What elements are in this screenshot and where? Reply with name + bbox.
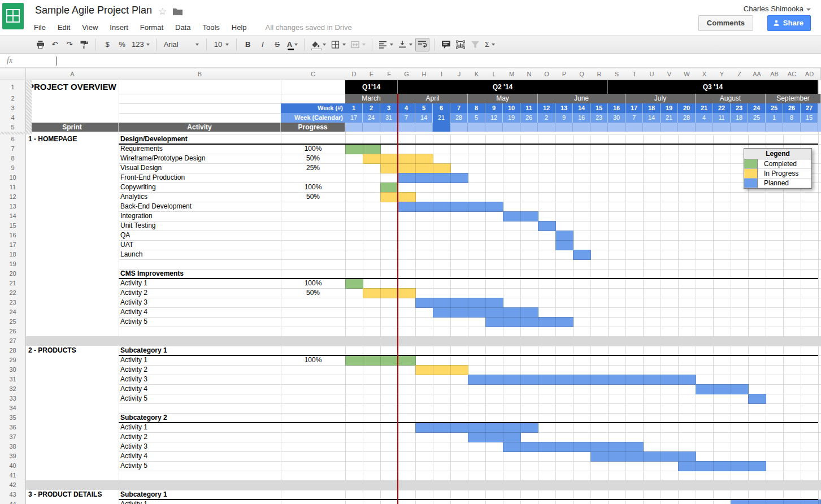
row-header-9[interactable]: 9 bbox=[0, 163, 26, 173]
sheets-logo-icon[interactable] bbox=[2, 3, 24, 29]
month-header[interactable]: May bbox=[468, 94, 538, 103]
column-header-Y[interactable]: Y bbox=[713, 68, 731, 80]
column-header-P[interactable]: P bbox=[555, 68, 574, 80]
cell-activity[interactable]: Front-End Production bbox=[120, 173, 185, 183]
week-date-cell[interactable]: 15 bbox=[801, 113, 818, 123]
week-number-cell[interactable]: 21 bbox=[696, 103, 713, 113]
gantt-bar-planned[interactable] bbox=[398, 202, 503, 212]
week-date-cell[interactable]: 25 bbox=[748, 113, 766, 123]
cell-activity[interactable]: Requirements bbox=[120, 144, 163, 154]
cell-activity[interactable]: Activity 1 bbox=[120, 499, 147, 504]
week-date-cell[interactable]: 18 bbox=[731, 113, 748, 123]
share-button[interactable]: Share bbox=[767, 15, 811, 31]
week-number-cell[interactable]: 22 bbox=[713, 103, 731, 113]
column-header-H[interactable]: H bbox=[415, 68, 433, 80]
gantt-legend[interactable]: Legend CompletedIn ProgressPlanned bbox=[744, 148, 812, 189]
timeline-strip-cell[interactable] bbox=[450, 123, 468, 132]
week-number-cell[interactable]: 15 bbox=[590, 103, 608, 113]
text-color-button[interactable]: A bbox=[285, 38, 299, 51]
timeline-strip-cell[interactable] bbox=[398, 123, 415, 132]
cell-activity[interactable]: Wireframe/Prototype Design bbox=[120, 154, 206, 163]
row-header-25[interactable]: 25 bbox=[0, 317, 26, 327]
cell-sprint[interactable]: 1 - HOMEPAGE bbox=[28, 134, 77, 144]
gantt-bar-in-progress[interactable] bbox=[380, 163, 451, 173]
insert-chart-button[interactable] bbox=[454, 38, 467, 51]
row-header-37[interactable]: 37 bbox=[0, 432, 26, 442]
week-date-cell[interactable]: 30 bbox=[608, 113, 625, 123]
row-header-20[interactable]: 20 bbox=[0, 269, 26, 279]
menu-data[interactable]: Data bbox=[175, 23, 190, 32]
column-header-partial[interactable] bbox=[818, 68, 821, 80]
week-date-cell[interactable]: 9 bbox=[555, 113, 573, 123]
column-header-AC[interactable]: AC bbox=[783, 68, 801, 80]
column-header-Z[interactable]: Z bbox=[731, 68, 749, 80]
column-header-D[interactable]: D bbox=[345, 68, 363, 80]
gantt-bar-planned[interactable] bbox=[696, 384, 749, 394]
menu-insert[interactable]: Insert bbox=[110, 23, 128, 32]
percent-format[interactable]: % bbox=[115, 38, 129, 51]
row-header-24[interactable]: 24 bbox=[0, 307, 26, 318]
row-header-36[interactable]: 36 bbox=[0, 423, 26, 433]
column-header-S[interactable]: S bbox=[608, 68, 626, 80]
undo-icon[interactable]: ↶ bbox=[48, 38, 62, 51]
menu-edit[interactable]: Edit bbox=[58, 23, 70, 32]
week-date-cell[interactable]: 24 bbox=[363, 113, 380, 123]
column-header-W[interactable]: W bbox=[678, 68, 696, 80]
week-date-cell[interactable]: 19 bbox=[503, 113, 520, 123]
row-header-4[interactable]: 4 bbox=[0, 113, 26, 123]
week-number-cell[interactable]: 18 bbox=[643, 103, 661, 113]
month-header[interactable]: September bbox=[766, 94, 821, 103]
week-date-cell[interactable]: 7 bbox=[625, 113, 643, 123]
row-header-21[interactable]: 21 bbox=[0, 279, 26, 289]
document-title[interactable]: Sample Agile Project Plan bbox=[35, 5, 152, 16]
borders-button[interactable] bbox=[329, 38, 347, 51]
row-header-30[interactable]: 30 bbox=[0, 365, 26, 375]
row-header-13[interactable]: 13 bbox=[0, 202, 26, 212]
gantt-bar-planned[interactable] bbox=[555, 240, 574, 250]
month-header[interactable]: July bbox=[625, 94, 696, 103]
gantt-bar-in-progress[interactable] bbox=[415, 365, 468, 375]
progress-column-header[interactable]: Progress bbox=[281, 123, 345, 132]
timeline-strip-cell[interactable] bbox=[345, 123, 363, 132]
week-number-cell[interactable]: 5 bbox=[415, 103, 433, 113]
column-header-K[interactable]: K bbox=[468, 68, 486, 80]
folder-icon[interactable] bbox=[173, 7, 183, 15]
row-header-16[interactable]: 16 bbox=[0, 231, 26, 241]
horizontal-align-button[interactable] bbox=[377, 38, 395, 51]
week-number-cell[interactable]: 6 bbox=[433, 103, 450, 113]
timeline-strip-cell[interactable] bbox=[433, 123, 450, 132]
gantt-bar-completed[interactable] bbox=[380, 183, 398, 193]
row-header-12[interactable]: 12 bbox=[0, 192, 26, 202]
cell-activity[interactable]: Activity 5 bbox=[120, 317, 147, 327]
week-number-cell[interactable]: 25 bbox=[766, 103, 783, 113]
week-number-cell[interactable]: 14 bbox=[573, 103, 590, 113]
cell-activity[interactable]: Activity 4 bbox=[120, 384, 147, 394]
week-date-cell[interactable]: 2 bbox=[538, 113, 555, 123]
gantt-bar-planned[interactable] bbox=[503, 442, 644, 452]
row-header-3[interactable]: 3 bbox=[0, 103, 26, 114]
cell-progress[interactable]: 50% bbox=[281, 192, 345, 202]
cell-activity[interactable]: CMS Improvements bbox=[120, 269, 184, 279]
wrap-text-button[interactable] bbox=[415, 38, 429, 51]
timeline-strip-cell[interactable] bbox=[713, 123, 731, 132]
week-date-cell[interactable]: 16 bbox=[573, 113, 590, 123]
timeline-strip-cell[interactable] bbox=[468, 123, 485, 132]
cell-activity[interactable]: Activity 1 bbox=[120, 423, 147, 432]
gantt-bar-completed[interactable] bbox=[345, 144, 381, 154]
cell-activity[interactable]: Subcategory 1 bbox=[120, 490, 167, 499]
more-formats[interactable]: 123 bbox=[130, 38, 151, 51]
column-header-C[interactable]: C bbox=[281, 68, 346, 80]
week-date-cell[interactable]: 28 bbox=[450, 113, 468, 123]
gantt-bar-planned[interactable] bbox=[590, 451, 696, 462]
cell-activity[interactable]: Back-End Development bbox=[120, 202, 192, 211]
week-number-cell[interactable]: 7 bbox=[450, 103, 468, 113]
cell-activity[interactable]: Activity 3 bbox=[120, 442, 147, 451]
cell-activity[interactable]: QA bbox=[120, 231, 130, 240]
week-number-cell[interactable]: 27 bbox=[801, 103, 818, 113]
week-number-cell[interactable]: 26 bbox=[783, 103, 801, 113]
column-header-X[interactable]: X bbox=[696, 68, 714, 80]
gantt-bar-completed[interactable] bbox=[345, 279, 363, 289]
fill-color-button[interactable] bbox=[309, 38, 328, 51]
timeline-strip-cell[interactable] bbox=[573, 123, 590, 132]
month-header[interactable]: April bbox=[398, 94, 468, 103]
